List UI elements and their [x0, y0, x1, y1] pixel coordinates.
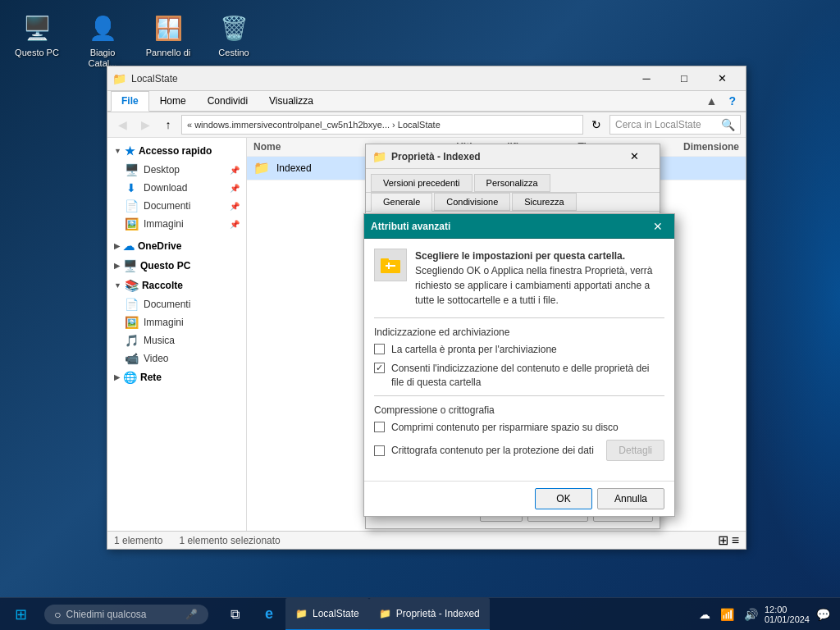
documenti-sidebar-icon: 📄 [124, 199, 139, 212]
onedrive-taskbar-icon[interactable]: ☁ [696, 605, 714, 624]
tab-generale[interactable]: Generale [371, 193, 432, 212]
network-taskbar-icon[interactable]: 📶 [717, 605, 737, 624]
sidebar-documenti-label: Documenti [144, 200, 190, 212]
adv-compression-section-label: Compressione o crittografia [374, 404, 664, 416]
advanced-close-button[interactable]: ✕ [648, 217, 668, 236]
adv-checkbox-encrypt[interactable] [374, 445, 385, 456]
minimize-button[interactable]: ─ [628, 66, 665, 91]
cestino-label: Cestino [218, 48, 249, 58]
sidebar-onedrive[interactable]: ▶ ☁ OneDrive [107, 236, 246, 256]
rete-arrow: ▶ [114, 373, 120, 381]
biagio-icon: 👤 [86, 11, 119, 44]
sidebar-item-raccolte-video[interactable]: 📹 Video [107, 349, 246, 368]
pannello-label: Pannello di [146, 48, 190, 58]
address-text: « windows.immersivecontrolpanel_cw5n1h2b… [187, 120, 441, 130]
view-list-icon[interactable]: ≡ [732, 532, 739, 548]
properties-close-button[interactable]: ✕ [615, 147, 653, 167]
sidebar-item-documenti[interactable]: 📄 Documenti 📌 [107, 197, 246, 215]
maximize-button[interactable]: □ [665, 66, 703, 91]
rmus-label: Musica [144, 335, 175, 346]
help-button[interactable]: ? [722, 91, 742, 111]
adv-checkbox-compress[interactable] [374, 422, 385, 432]
edge-icon: e [265, 605, 273, 623]
sidebar-desktop-label: Desktop [144, 164, 180, 176]
desktop-icon-questo-pc[interactable]: 🖥️ Questo PC [8, 8, 66, 72]
adv-checkbox-index[interactable]: ✓ [374, 363, 385, 373]
onedrive-label: OneDrive [138, 240, 181, 252]
sidebar-rete[interactable]: ▶ 🌐 Rete [107, 368, 246, 387]
search-box[interactable]: Cerca in LocalState 🔍 [609, 115, 741, 135]
questo-pc-sidebar-icon: 🖥️ [123, 259, 137, 272]
sidebar-item-raccolte-musica[interactable]: 🎵 Musica [107, 331, 246, 349]
win-glow [742, 0, 840, 597]
raccolte-icon: 📚 [125, 279, 139, 292]
sidebar-quick-access[interactable]: ▼ ★ Accesso rapido [107, 141, 246, 161]
desktop-icon-biagio[interactable]: 👤 BiagioCatal... [74, 8, 131, 72]
view-large-icon[interactable]: ⊞ [718, 532, 728, 548]
adv-checkbox-compress-row: Comprimi contenuto per risparmiare spazi… [374, 421, 664, 435]
start-button[interactable]: ⊞ [0, 598, 41, 631]
sidebar-questo-pc[interactable]: ▶ 🖥️ Questo PC [107, 256, 246, 276]
sidebar-item-raccolte-documenti[interactable]: 📄 Documenti [107, 295, 246, 313]
taskbar-app-localstate[interactable]: 📁 LocalState [285, 598, 369, 631]
tab-sicurezza[interactable]: Sicurezza [512, 193, 576, 211]
taskbar-search-area[interactable]: ○ 🎤 [44, 605, 208, 624]
properties-tabs-row2: Generale Condivisione Sicurezza [366, 193, 660, 212]
address-box[interactable]: « windows.immersivecontrolpanel_cw5n1h2b… [181, 115, 583, 135]
desktop-icon-pannello[interactable]: 🪟 Pannello di [139, 8, 197, 72]
sidebar-immagini-label: Immagini [144, 218, 184, 230]
adv-encrypt-label: Crittografa contenuto per la protezione … [391, 444, 606, 458]
refresh-button[interactable]: ↻ [587, 115, 606, 135]
ribbon: File Home Condividi Visualizza ▲ ? [107, 91, 746, 112]
forward-button[interactable]: ▶ [135, 115, 155, 135]
sidebar: ▼ ★ Accesso rapido 🖥️ Desktop 📌 ⬇ Downlo… [107, 138, 247, 531]
sidebar-item-desktop[interactable]: 🖥️ Desktop 📌 [107, 161, 246, 179]
rvid-label: Video [144, 353, 168, 364]
properties-dialog-icon: 📁 [372, 150, 386, 163]
sidebar-item-raccolte-immagini[interactable]: 🖼️ Immagini [107, 313, 246, 331]
taskbar-voice-icon[interactable]: 🎤 [185, 609, 198, 620]
close-button[interactable]: ✕ [703, 66, 741, 91]
ribbon-expand-button[interactable]: ▲ [701, 91, 723, 111]
status-count: 1 elemento [114, 535, 162, 546]
rmus-icon: 🎵 [124, 334, 139, 347]
documenti-pin-icon: 📌 [230, 202, 240, 211]
questo-pc-sidebar-arrow: ▶ [114, 262, 120, 270]
advanced-ok-button[interactable]: OK [535, 488, 592, 509]
questo-pc-label: Questo PC [15, 48, 59, 58]
desktop-icon-cestino[interactable]: 🗑️ Cestino [205, 8, 262, 72]
questo-pc-icon: 🖥️ [21, 11, 53, 44]
taskbar-edge-button[interactable]: e [253, 598, 285, 631]
tab-condivisione[interactable]: Condivisione [434, 193, 510, 211]
taskbar-task-view-button[interactable]: ⧉ [218, 598, 251, 631]
sidebar-item-download[interactable]: ⬇ Download 📌 [107, 179, 246, 197]
taskbar-app-properties[interactable]: 📁 Proprietà - Indexed [369, 598, 490, 631]
sidebar-raccolte[interactable]: ▼ 📚 Raccolte [107, 276, 246, 295]
advanced-annulla-button[interactable]: Annulla [597, 488, 664, 509]
properties-title-bar: 📁 Proprietà - Indexed ✕ [366, 144, 660, 169]
rdoc-icon: 📄 [124, 298, 139, 311]
tab-home[interactable]: Home [149, 91, 197, 112]
taskbar-search-input[interactable] [66, 609, 180, 620]
quick-access-arrow: ▼ [114, 147, 121, 155]
col-size-header[interactable]: Dimensione [683, 141, 739, 153]
adv-indexing-section-label: Indicizzazione ed archiviazione [374, 326, 664, 338]
clock[interactable]: 12:0001/01/2024 [765, 605, 810, 624]
desktop-sidebar-icon: 🖥️ [124, 163, 139, 176]
volume-taskbar-icon[interactable]: 🔊 [741, 605, 761, 624]
back-button[interactable]: ◀ [112, 115, 132, 135]
tab-personalizza[interactable]: Personalizza [474, 174, 550, 192]
sidebar-item-immagini[interactable]: 🖼️ Immagini 📌 [107, 215, 246, 233]
quick-access-star-icon: ★ [125, 144, 135, 158]
indexed-folder-icon: 📁 [253, 160, 270, 176]
tab-file[interactable]: File [111, 91, 149, 112]
up-button[interactable]: ↑ [158, 115, 178, 135]
rdoc-label: Documenti [144, 299, 190, 310]
adv-compress-label: Comprimi contenuto per risparmiare spazi… [391, 421, 619, 435]
tab-visualizza[interactable]: Visualizza [258, 91, 324, 112]
tab-condividi[interactable]: Condividi [197, 91, 258, 112]
notifications-icon[interactable]: 💬 [813, 605, 833, 624]
adv-desc2: Scegliendo OK o Applica nella finestra P… [415, 265, 653, 306]
adv-checkbox-archive[interactable] [374, 344, 385, 354]
tab-versioni[interactable]: Versioni precedenti [371, 174, 472, 192]
